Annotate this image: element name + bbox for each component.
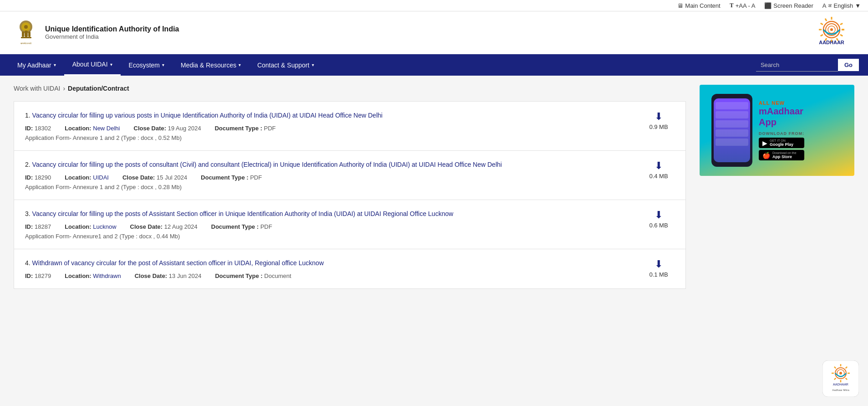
meta-id: ID: 18279 [25,272,51,279]
svg-rect-3 [22,31,24,37]
nav-items: My Aadhaar ▾ About UIDAI ▾ Ecosystem ▾ M… [9,54,756,76]
listing-title: 2. Vacancy circular for filling up the p… [25,160,634,170]
app-form-link[interactable]: Application Form- Annexure1 and 2 (Type … [25,233,180,240]
main-nav: My Aadhaar ▾ About UIDAI ▾ Ecosystem ▾ M… [0,54,868,76]
phone-ui-row [716,139,748,146]
app-form-link[interactable]: Application Form- Annexure 1 and 2 (Type… [25,134,182,141]
listing-link[interactable]: Vacancy circular for filling up various … [32,112,383,119]
listing-link[interactable]: Withdrawn of vacancy circular for the po… [32,259,324,267]
breadcrumb-current: Deputation/Contract [68,85,129,92]
meta-location: Location: New Delhi [65,125,120,132]
meta-doc-type: Document Type : Document [215,272,291,279]
search-input[interactable] [756,59,838,72]
app-form: Application Form- Annexure1 and 2 (Type … [25,233,634,240]
meta-location: Location: UIDAI [65,174,109,181]
google-play-button[interactable]: ▶ GET IT ON Google Play [759,138,804,148]
download-area[interactable]: ⬇ 0.6 MB [643,209,675,229]
svg-line-16 [821,35,823,36]
emblem-svg: सत्यमेव जयते [14,18,39,47]
download-from-label: DOWNLOAD FROM: [759,131,847,136]
listing-item: 1. Vacancy circular for filling up vario… [14,102,685,151]
store-buttons: ▶ GET IT ON Google Play 🍎 Download on th… [759,138,847,160]
download-icon: ⬇ [655,209,663,221]
listing-container: 1. Vacancy circular for filling up vario… [14,101,686,289]
chevron-down-icon: ▼ [855,2,861,9]
download-area[interactable]: ⬇ 0.1 MB [643,258,675,278]
breadcrumb-parent[interactable]: Work with UIDAI [14,85,60,92]
nav-my-aadhaar[interactable]: My Aadhaar ▾ [9,54,64,76]
nav-about-uidai[interactable]: About UIDAI ▾ [64,54,121,76]
go-button[interactable]: Go [838,59,859,71]
meta-close-date: Close Date: 15 Jul 2024 [122,174,187,181]
screen-reader-link[interactable]: ⬛ Screen Reader [764,2,813,9]
listing-title: 1. Vacancy circular for filling up vario… [25,111,634,120]
listing-meta: ID: 18279 Location: Withdrawn Close Date… [25,272,634,279]
svg-rect-6 [21,37,31,38]
content-area: Work with UIDAI › Deputation/Contract 1.… [14,85,686,289]
svg-line-9 [840,23,843,26]
svg-line-12 [840,35,843,36]
meta-id: ID: 18302 [25,125,51,132]
emblem-icon: सत्यमेव जयते [14,18,39,47]
app-form: Application Form- Annexure 1 and 2 (Type… [25,134,634,141]
app-form-link[interactable]: Application Form- Annexure 1 and 2 (Type… [25,184,182,190]
language-selector[interactable]: Aअ English ▼ [822,2,861,9]
download-icon: ⬇ [655,160,663,172]
app-store-text: Download on the App Store [772,151,797,159]
svg-rect-5 [25,31,28,37]
meta-close-date: Close Date: 13 Jun 2024 [135,272,202,279]
listing-body: 3. Vacancy circular for filling up the p… [25,209,634,240]
meta-doc-type: Document Type : PDF [211,223,272,230]
listing-meta: ID: 18287 Location: Lucknow Close Date: … [25,223,634,230]
download-icon: ⬇ [655,111,663,123]
meta-location: Location: Withdrawn [65,272,121,279]
font-size-control[interactable]: 𝐓 +AA - A [730,2,756,9]
utility-bar: 🖥 Main Content 𝐓 +AA - A ⬛ Screen Reader… [0,0,868,11]
download-area[interactable]: ⬇ 0.9 MB [643,111,675,130]
listing-title: 3. Vacancy circular for filling up the p… [25,209,634,219]
phone-ui-row [716,102,748,109]
listing-link[interactable]: Vacancy circular for filling up the post… [32,161,502,168]
banner-content: ALL NEW mAadhaar App DOWNLOAD FROM: ▶ GE… [700,85,854,176]
download-area[interactable]: ⬇ 0.4 MB [643,160,675,180]
svg-rect-4 [28,31,30,37]
banner-all-new-label: ALL NEW [759,100,847,106]
phone-ui-row [716,111,748,118]
app-store-button[interactable]: 🍎 Download on the App Store [759,150,804,160]
meta-close-date: Close Date: 12 Aug 2024 [130,223,198,230]
org-title: Unique Identification Authority of India… [45,25,179,40]
listing-title: 4. Withdrawn of vacancy circular for the… [25,258,634,268]
svg-text:सत्यमेव जयते: सत्यमेव जयते [20,42,31,45]
chevron-icon: ▾ [239,62,241,67]
phone-ui-row [716,129,748,137]
nav-media-resources[interactable]: Media & Resources ▾ [173,54,249,76]
aadhaar-logo-svg: AADHAAR [809,16,854,48]
nav-ecosystem[interactable]: Ecosystem ▾ [121,54,173,76]
listing-meta: ID: 18302 Location: New Delhi Close Date… [25,125,634,132]
monitor-icon: 🖥 [677,2,683,9]
listing-item: 2. Vacancy circular for filling up the p… [14,151,685,200]
meta-doc-type: Document Type : PDF [215,125,276,132]
header-left: सत्यमेव जयते Unique Identification Autho… [14,18,179,47]
listing-meta: ID: 18290 Location: UIDAI Close Date: 15… [25,174,634,181]
meta-id: ID: 18290 [25,174,51,181]
play-store-text: GET IT ON Google Play [770,139,793,147]
listing-item: 3. Vacancy circular for filling up the p… [14,200,685,249]
listing-item: 4. Withdrawn of vacancy circular for the… [14,249,685,288]
meta-close-date: Close Date: 19 Aug 2024 [134,125,201,132]
chevron-icon: ▾ [110,62,112,67]
aadhaar-logo: AADHAAR [809,16,854,49]
site-header: सत्यमेव जयते Unique Identification Autho… [0,11,868,54]
download-icon: ⬇ [655,258,663,270]
breadcrumb: Work with UIDAI › Deputation/Contract [14,85,686,92]
listing-link[interactable]: Vacancy circular for filling up the post… [32,210,453,217]
svg-text:AADHAAR: AADHAAR [819,40,844,45]
phone-ui-row [716,120,748,128]
svg-line-18 [821,23,823,25]
phone-mockup [711,94,752,167]
main-content-link[interactable]: 🖥 Main Content [677,2,720,9]
nav-contact-support[interactable]: Contact & Support ▾ [249,54,322,76]
banner-title: mAadhaar App [759,106,847,128]
maadhaar-banner[interactable]: ALL NEW mAadhaar App DOWNLOAD FROM: ▶ GE… [700,85,854,176]
meta-location: Location: Lucknow [65,223,116,230]
